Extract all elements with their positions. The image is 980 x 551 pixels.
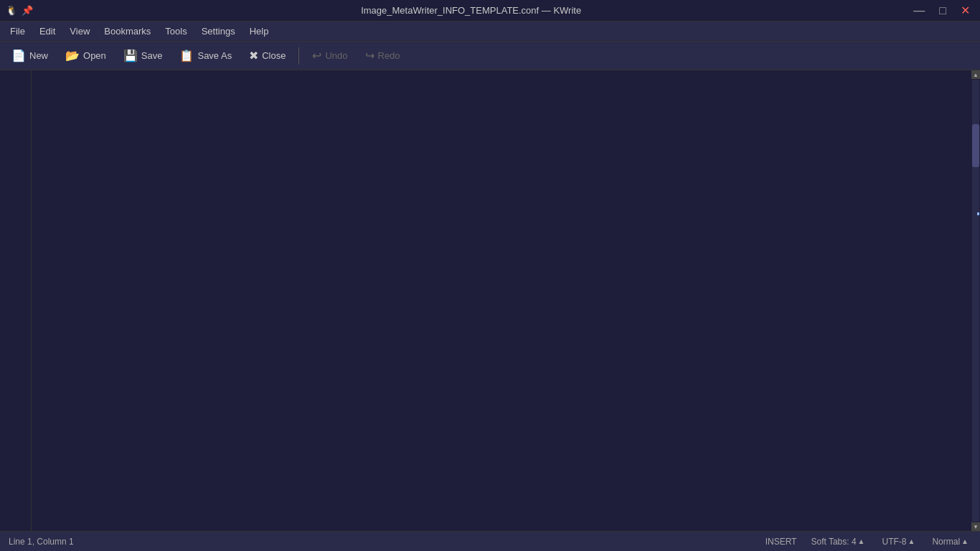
pin-icon: 📌 [22,5,33,16]
titlebar-controls: — □ ✕ [909,2,974,19]
redo-icon: ↪ [365,49,374,62]
undo-icon: ↩ [312,49,321,62]
redo-button[interactable]: ↪ Redo [358,46,407,65]
menu-help[interactable]: Help [242,23,276,39]
toolbar-separator-1 [298,47,299,65]
open-icon: 📂 [65,49,80,62]
tabs-dropdown[interactable]: Soft Tabs: 4 ▲ [808,535,867,548]
close-file-icon: ✖ [249,49,258,62]
close-label: Close [262,50,286,61]
encoding-dropdown-arrow: ▲ [908,537,915,545]
menu-edit[interactable]: Edit [32,23,62,39]
encoding-label: UTF-8 [882,537,907,547]
editor-content[interactable] [32,70,971,531]
new-button[interactable]: 📄 New [4,46,55,65]
encoding-dropdown[interactable]: UTF-8 ▲ [880,535,918,548]
redo-label: Redo [378,50,400,61]
scroll-highlight [977,212,979,215]
minimize-button[interactable]: — [909,3,929,19]
menubar: File Edit View Bookmarks Tools Settings … [0,22,980,42]
close-window-button[interactable]: ✕ [956,2,974,19]
line-numbers [0,70,32,531]
save-icon: 💾 [123,49,138,62]
scroll-track [972,80,979,522]
close-file-button[interactable]: ✖ Close [242,46,293,65]
scroll-up-arrow[interactable]: ▲ [971,70,980,79]
save-as-icon: 📋 [179,49,194,62]
cursor-position: Line 1, Column 1 [9,537,74,547]
menu-bookmarks[interactable]: Bookmarks [97,23,158,39]
toolbar: 📄 New 📂 Open 💾 Save 📋 Save As ✖ Close ↩ … [0,42,980,70]
titlebar-left: 🐧 📌 [6,5,33,16]
open-button[interactable]: 📂 Open [58,46,113,65]
save-as-label: Save As [197,50,232,61]
statusbar-right: INSERT Soft Tabs: 4 ▲ UTF-8 ▲ Normal ▲ [765,535,971,548]
save-button[interactable]: 💾 Save [116,46,170,65]
undo-button[interactable]: ↩ Undo [305,46,354,65]
scrollbar[interactable]: ▲ ▼ [971,70,980,531]
insert-mode: INSERT [765,537,797,547]
new-icon: 📄 [11,49,26,62]
menu-tools[interactable]: Tools [158,23,194,39]
new-label: New [29,50,48,61]
titlebar: 🐧 📌 Image_MetaWriter_INFO_TEMPLATE.conf … [0,0,980,22]
menu-view[interactable]: View [62,23,97,39]
scroll-thumb[interactable] [972,124,979,167]
app-icon: 🐧 [6,5,17,16]
maximize-button[interactable]: □ [935,3,951,19]
statusbar: Line 1, Column 1 INSERT Soft Tabs: 4 ▲ U… [0,531,980,551]
line-ending-label: Normal [932,537,960,547]
save-label: Save [141,50,163,61]
statusbar-left: Line 1, Column 1 [9,537,74,547]
window-title: Image_MetaWriter_INFO_TEMPLATE.conf — KW… [33,5,909,16]
line-ending-dropdown[interactable]: Normal ▲ [929,535,971,548]
menu-file[interactable]: File [3,23,32,39]
scroll-down-arrow[interactable]: ▼ [971,522,980,531]
save-as-button[interactable]: 📋 Save As [172,46,239,65]
tabs-label: Soft Tabs: 4 [811,537,856,547]
open-label: Open [83,50,106,61]
line-ending-dropdown-arrow: ▲ [961,537,969,545]
menu-settings[interactable]: Settings [194,23,242,39]
editor-container: ▲ ▼ [0,70,980,531]
undo-label: Undo [325,50,347,61]
tabs-dropdown-arrow: ▲ [858,537,865,545]
